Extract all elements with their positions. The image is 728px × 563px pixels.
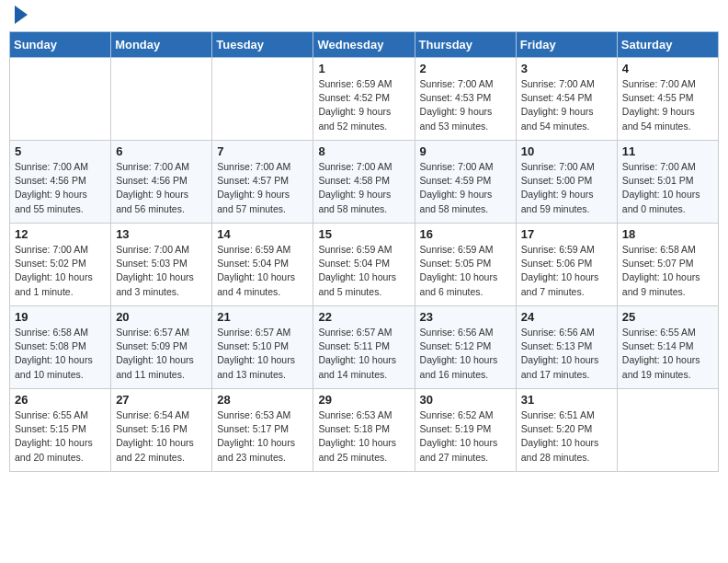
day-info: Sunrise: 6:51 AM Sunset: 5:20 PM Dayligh… bbox=[521, 408, 612, 465]
calendar-cell: 29Sunrise: 6:53 AM Sunset: 5:18 PM Dayli… bbox=[313, 389, 415, 472]
day-number: 11 bbox=[622, 144, 713, 158]
day-number: 31 bbox=[521, 393, 612, 407]
calendar-header-row: SundayMondayTuesdayWednesdayThursdayFrid… bbox=[10, 32, 719, 58]
header-tuesday: Tuesday bbox=[212, 32, 313, 58]
header-monday: Monday bbox=[111, 32, 212, 58]
day-number: 6 bbox=[116, 144, 207, 158]
calendar-cell bbox=[212, 58, 313, 141]
day-info: Sunrise: 6:57 AM Sunset: 5:09 PM Dayligh… bbox=[116, 326, 207, 382]
day-number: 27 bbox=[116, 393, 207, 407]
page-header bbox=[9, 9, 719, 24]
calendar-cell: 13Sunrise: 7:00 AM Sunset: 5:03 PM Dayli… bbox=[111, 224, 212, 306]
logo bbox=[13, 9, 28, 24]
calendar-cell: 18Sunrise: 6:58 AM Sunset: 5:07 PM Dayli… bbox=[617, 224, 718, 306]
header-saturday: Saturday bbox=[617, 32, 718, 58]
day-info: Sunrise: 6:59 AM Sunset: 5:05 PM Dayligh… bbox=[420, 243, 511, 299]
calendar-cell: 19Sunrise: 6:58 AM Sunset: 5:08 PM Dayli… bbox=[10, 306, 111, 389]
day-number: 9 bbox=[420, 144, 511, 158]
day-info: Sunrise: 6:55 AM Sunset: 5:15 PM Dayligh… bbox=[15, 408, 106, 465]
day-info: Sunrise: 7:00 AM Sunset: 5:03 PM Dayligh… bbox=[116, 243, 207, 299]
calendar-cell: 9Sunrise: 7:00 AM Sunset: 4:59 PM Daylig… bbox=[415, 141, 516, 224]
day-number: 15 bbox=[318, 227, 409, 241]
logo-arrow-icon bbox=[15, 6, 28, 24]
day-number: 26 bbox=[15, 393, 106, 407]
day-number: 4 bbox=[622, 62, 713, 75]
calendar-cell: 10Sunrise: 7:00 AM Sunset: 5:00 PM Dayli… bbox=[516, 141, 617, 224]
day-number: 24 bbox=[521, 310, 612, 324]
day-number: 7 bbox=[217, 144, 308, 158]
calendar-cell: 31Sunrise: 6:51 AM Sunset: 5:20 PM Dayli… bbox=[516, 389, 617, 472]
day-info: Sunrise: 7:00 AM Sunset: 4:54 PM Dayligh… bbox=[521, 77, 612, 133]
calendar-week-row: 12Sunrise: 7:00 AM Sunset: 5:02 PM Dayli… bbox=[10, 224, 719, 306]
day-number: 13 bbox=[116, 227, 207, 241]
header-friday: Friday bbox=[516, 32, 617, 58]
calendar-cell: 25Sunrise: 6:55 AM Sunset: 5:14 PM Dayli… bbox=[617, 306, 718, 389]
day-info: Sunrise: 7:00 AM Sunset: 4:58 PM Dayligh… bbox=[318, 160, 409, 216]
day-number: 16 bbox=[420, 227, 511, 241]
day-info: Sunrise: 7:00 AM Sunset: 5:00 PM Dayligh… bbox=[521, 160, 612, 216]
calendar-cell: 22Sunrise: 6:57 AM Sunset: 5:11 PM Dayli… bbox=[313, 306, 415, 389]
day-info: Sunrise: 6:59 AM Sunset: 5:04 PM Dayligh… bbox=[217, 243, 308, 299]
calendar-cell bbox=[617, 389, 718, 472]
calendar-cell: 7Sunrise: 7:00 AM Sunset: 4:57 PM Daylig… bbox=[212, 141, 313, 224]
calendar-cell: 6Sunrise: 7:00 AM Sunset: 4:56 PM Daylig… bbox=[111, 141, 212, 224]
calendar-cell: 11Sunrise: 7:00 AM Sunset: 5:01 PM Dayli… bbox=[617, 141, 718, 224]
day-info: Sunrise: 6:56 AM Sunset: 5:13 PM Dayligh… bbox=[521, 326, 612, 382]
calendar-cell: 5Sunrise: 7:00 AM Sunset: 4:56 PM Daylig… bbox=[10, 141, 111, 224]
calendar-cell: 28Sunrise: 6:53 AM Sunset: 5:17 PM Dayli… bbox=[212, 389, 313, 472]
calendar-cell: 8Sunrise: 7:00 AM Sunset: 4:58 PM Daylig… bbox=[313, 141, 415, 224]
day-info: Sunrise: 7:00 AM Sunset: 5:01 PM Dayligh… bbox=[622, 160, 713, 216]
calendar-cell: 21Sunrise: 6:57 AM Sunset: 5:10 PM Dayli… bbox=[212, 306, 313, 389]
calendar-cell: 12Sunrise: 7:00 AM Sunset: 5:02 PM Dayli… bbox=[10, 224, 111, 306]
day-info: Sunrise: 6:53 AM Sunset: 5:17 PM Dayligh… bbox=[217, 408, 308, 465]
calendar-week-row: 1Sunrise: 6:59 AM Sunset: 4:52 PM Daylig… bbox=[10, 58, 719, 141]
day-number: 12 bbox=[15, 227, 106, 241]
header-wednesday: Wednesday bbox=[313, 32, 415, 58]
day-number: 10 bbox=[521, 144, 612, 158]
day-info: Sunrise: 6:52 AM Sunset: 5:19 PM Dayligh… bbox=[420, 408, 511, 465]
day-number: 28 bbox=[217, 393, 308, 407]
day-number: 19 bbox=[15, 310, 106, 324]
calendar-cell: 23Sunrise: 6:56 AM Sunset: 5:12 PM Dayli… bbox=[415, 306, 516, 389]
day-info: Sunrise: 6:59 AM Sunset: 5:04 PM Dayligh… bbox=[318, 243, 409, 299]
day-info: Sunrise: 7:00 AM Sunset: 4:56 PM Dayligh… bbox=[116, 160, 207, 216]
day-number: 23 bbox=[420, 310, 511, 324]
day-number: 5 bbox=[15, 144, 106, 158]
day-number: 18 bbox=[622, 227, 713, 241]
day-info: Sunrise: 7:00 AM Sunset: 4:59 PM Dayligh… bbox=[420, 160, 511, 216]
calendar-cell bbox=[10, 58, 111, 141]
calendar-week-row: 26Sunrise: 6:55 AM Sunset: 5:15 PM Dayli… bbox=[10, 389, 719, 472]
day-number: 8 bbox=[318, 144, 409, 158]
day-number: 25 bbox=[622, 310, 713, 324]
header-sunday: Sunday bbox=[10, 32, 111, 58]
calendar-cell: 17Sunrise: 6:59 AM Sunset: 5:06 PM Dayli… bbox=[516, 224, 617, 306]
day-number: 1 bbox=[318, 62, 409, 75]
calendar-cell: 1Sunrise: 6:59 AM Sunset: 4:52 PM Daylig… bbox=[313, 58, 415, 141]
day-info: Sunrise: 7:00 AM Sunset: 4:57 PM Dayligh… bbox=[217, 160, 308, 216]
calendar-cell: 15Sunrise: 6:59 AM Sunset: 5:04 PM Dayli… bbox=[313, 224, 415, 306]
calendar-week-row: 19Sunrise: 6:58 AM Sunset: 5:08 PM Dayli… bbox=[10, 306, 719, 389]
day-info: Sunrise: 6:53 AM Sunset: 5:18 PM Dayligh… bbox=[318, 408, 409, 465]
day-info: Sunrise: 7:00 AM Sunset: 4:55 PM Dayligh… bbox=[622, 77, 713, 133]
calendar-cell: 16Sunrise: 6:59 AM Sunset: 5:05 PM Dayli… bbox=[415, 224, 516, 306]
day-number: 30 bbox=[420, 393, 511, 407]
day-number: 20 bbox=[116, 310, 207, 324]
calendar-week-row: 5Sunrise: 7:00 AM Sunset: 4:56 PM Daylig… bbox=[10, 141, 719, 224]
calendar-cell: 20Sunrise: 6:57 AM Sunset: 5:09 PM Dayli… bbox=[111, 306, 212, 389]
calendar-cell: 14Sunrise: 6:59 AM Sunset: 5:04 PM Dayli… bbox=[212, 224, 313, 306]
day-info: Sunrise: 6:57 AM Sunset: 5:10 PM Dayligh… bbox=[217, 326, 308, 382]
day-number: 2 bbox=[420, 62, 511, 75]
day-info: Sunrise: 6:55 AM Sunset: 5:14 PM Dayligh… bbox=[622, 326, 713, 382]
day-info: Sunrise: 6:57 AM Sunset: 5:11 PM Dayligh… bbox=[318, 326, 409, 382]
calendar-cell: 26Sunrise: 6:55 AM Sunset: 5:15 PM Dayli… bbox=[10, 389, 111, 472]
day-number: 17 bbox=[521, 227, 612, 241]
day-info: Sunrise: 6:58 AM Sunset: 5:08 PM Dayligh… bbox=[15, 326, 106, 382]
calendar-cell bbox=[111, 58, 212, 141]
day-info: Sunrise: 6:58 AM Sunset: 5:07 PM Dayligh… bbox=[622, 243, 713, 299]
day-number: 14 bbox=[217, 227, 308, 241]
calendar-cell: 24Sunrise: 6:56 AM Sunset: 5:13 PM Dayli… bbox=[516, 306, 617, 389]
calendar-cell: 2Sunrise: 7:00 AM Sunset: 4:53 PM Daylig… bbox=[415, 58, 516, 141]
day-number: 22 bbox=[318, 310, 409, 324]
day-info: Sunrise: 6:59 AM Sunset: 5:06 PM Dayligh… bbox=[521, 243, 612, 299]
day-info: Sunrise: 6:54 AM Sunset: 5:16 PM Dayligh… bbox=[116, 408, 207, 465]
